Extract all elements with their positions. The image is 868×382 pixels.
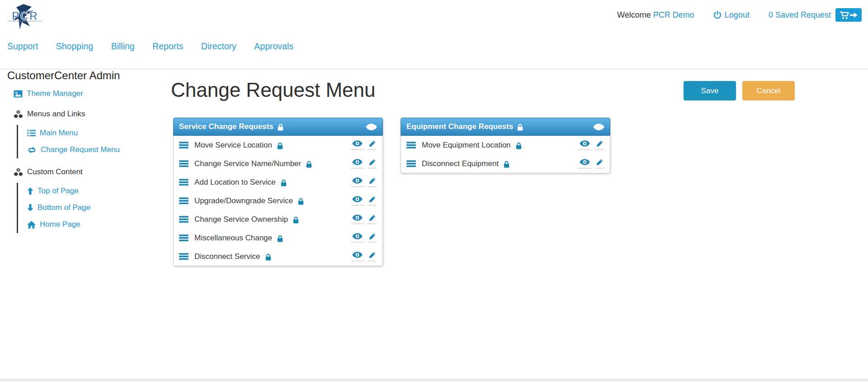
- view-toggle[interactable]: [351, 159, 364, 168]
- lock-icon: [278, 124, 283, 131]
- sidebar-item-home-page[interactable]: Home Page: [27, 216, 163, 233]
- drag-handle-icon[interactable]: [179, 253, 189, 260]
- view-toggle[interactable]: [578, 159, 591, 168]
- welcome-text: Welcome PCR Demo: [617, 10, 694, 20]
- logout-label: Logout: [725, 10, 750, 20]
- pencil-icon: [369, 140, 376, 147]
- lock-icon: [293, 216, 299, 224]
- view-toggle[interactable]: [351, 215, 364, 224]
- eye-icon: [366, 124, 377, 130]
- equipment-change-requests-panel: Equipment Change Requests Move Equipment…: [401, 118, 610, 173]
- menu-item-row: Change Service Name/Number: [174, 154, 382, 173]
- sidebar-item-label: Home Page: [40, 220, 80, 229]
- panel-visibility-toggle[interactable]: [366, 124, 377, 130]
- image-icon: [14, 90, 23, 98]
- edit-button[interactable]: [595, 140, 604, 150]
- edit-button[interactable]: [368, 140, 377, 150]
- lock-icon: [277, 235, 283, 242]
- sidebar-item-bottom-of-page[interactable]: Bottom of Page: [27, 200, 163, 216]
- sidebar-item-label: Top of Page: [38, 186, 79, 196]
- lock-icon: [277, 142, 283, 149]
- panel-title: Equipment Change Requests: [406, 122, 513, 131]
- menu-item-row: Add Location to Service: [174, 173, 382, 191]
- service-change-requests-panel: Service Change Requests Move Service Loc…: [173, 118, 383, 266]
- lock-icon: [517, 124, 523, 131]
- menu-item-row: Move Equipment Location: [401, 136, 610, 154]
- sidebar-item-change-request-menu[interactable]: Change Request Menu: [27, 142, 163, 158]
- menu-item-label: Change Service Name/Number: [194, 159, 301, 168]
- edit-button[interactable]: [368, 159, 377, 168]
- logo-text: PCR: [12, 10, 38, 22]
- drag-handle-icon[interactable]: [406, 160, 416, 167]
- admin-sidebar: CustomerCenter Admin Theme Manager Menus…: [7, 69, 163, 233]
- eye-icon: [352, 177, 363, 184]
- page-actions: Save Cancel: [684, 81, 795, 100]
- nav-billing[interactable]: Billing: [111, 41, 135, 52]
- cubes-icon: [14, 168, 23, 177]
- view-toggle[interactable]: [578, 140, 591, 150]
- menu-item-row: Change Service Ownership: [174, 210, 382, 229]
- lock-icon: [504, 161, 509, 168]
- eye-icon: [352, 140, 363, 147]
- eye-icon: [352, 196, 363, 202]
- sidebar-item-custom-content: Custom Content: [7, 167, 163, 177]
- sidebar-item-menus-and-links: Menus and Links: [7, 110, 163, 119]
- menu-item-row: Disconnect Service: [174, 247, 382, 266]
- sidebar-item-main-menu[interactable]: Main Menu: [27, 125, 163, 142]
- nav-shopping[interactable]: Shopping: [56, 41, 93, 52]
- username-link[interactable]: PCR Demo: [653, 10, 694, 19]
- menu-item-label: Disconnect Equipment: [422, 159, 499, 168]
- nav-support[interactable]: Support: [7, 41, 38, 52]
- nav-approvals[interactable]: Approvals: [254, 41, 293, 52]
- panel-title: Service Change Requests: [179, 122, 274, 131]
- logo-rule: [7, 21, 42, 21]
- drag-handle-icon[interactable]: [406, 141, 416, 149]
- drag-handle-icon[interactable]: [179, 141, 189, 149]
- edit-button[interactable]: [368, 196, 377, 205]
- eye-icon: [593, 124, 604, 130]
- lock-icon: [298, 198, 304, 205]
- pencil-icon: [369, 215, 376, 221]
- view-toggle[interactable]: [351, 252, 364, 261]
- lock-icon: [306, 161, 312, 168]
- edit-button[interactable]: [368, 177, 377, 187]
- lock-icon: [265, 253, 271, 261]
- sidebar-item-top-of-page[interactable]: Top of Page: [27, 183, 163, 200]
- edit-button[interactable]: [368, 215, 377, 224]
- drag-handle-icon[interactable]: [179, 160, 189, 167]
- sidebar-item-theme-manager[interactable]: Theme Manager: [7, 89, 163, 98]
- custom-content-group: Top of Page Bottom of Page Home Page: [17, 183, 163, 233]
- sidebar-group-label: Custom Content: [27, 167, 83, 177]
- view-toggle[interactable]: [351, 177, 364, 187]
- logout-button[interactable]: Logout: [713, 10, 750, 20]
- sidebar-title: CustomerCenter Admin: [7, 69, 163, 82]
- lock-icon: [281, 179, 287, 186]
- drag-handle-icon[interactable]: [179, 178, 189, 186]
- pencil-icon: [596, 140, 603, 147]
- drag-handle-icon[interactable]: [179, 215, 189, 223]
- pcr-logo[interactable]: PCR: [6, 4, 44, 30]
- menu-item-label: Miscellaneous Change: [194, 234, 272, 243]
- nav-directory[interactable]: Directory: [201, 41, 236, 52]
- view-toggle[interactable]: [351, 196, 364, 205]
- sidebar-item-label: Main Menu: [40, 129, 78, 138]
- nav-reports[interactable]: Reports: [152, 41, 183, 52]
- view-toggle[interactable]: [351, 140, 364, 150]
- saved-requests-cart-button[interactable]: [835, 8, 862, 22]
- pencil-icon: [369, 233, 376, 240]
- view-toggle[interactable]: [351, 233, 364, 243]
- eye-icon: [580, 159, 590, 165]
- footer-edge: [0, 379, 868, 382]
- panel-visibility-toggle[interactable]: [593, 124, 604, 130]
- drag-handle-icon[interactable]: [179, 197, 189, 205]
- edit-button[interactable]: [368, 233, 377, 243]
- cancel-button[interactable]: Cancel: [742, 81, 795, 100]
- save-button[interactable]: Save: [684, 81, 736, 100]
- drag-handle-icon[interactable]: [179, 234, 189, 242]
- power-icon: [713, 11, 722, 19]
- saved-requests-link[interactable]: 0 Saved Request: [769, 10, 831, 20]
- panel-body: Move Equipment Location Disconnect Equip…: [401, 136, 610, 173]
- edit-button[interactable]: [595, 159, 604, 168]
- edit-button[interactable]: [368, 252, 377, 261]
- page-title: Change Request Menu: [171, 79, 376, 101]
